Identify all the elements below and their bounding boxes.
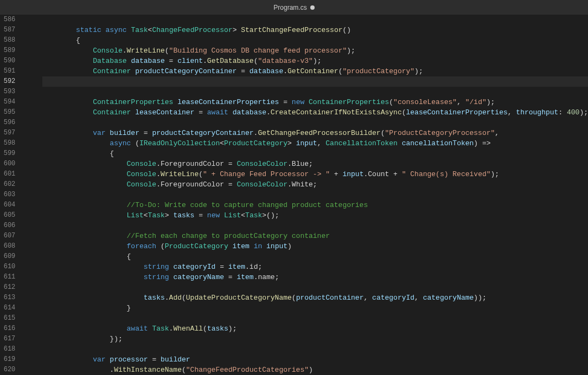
code-line[interactable]: Console.ForegroundColor = ConsoleColor.B…: [42, 159, 588, 169]
line-number: 615: [0, 313, 15, 324]
code-line[interactable]: tasks.Add(UpdateProductCategoryName(prod…: [42, 293, 588, 303]
code-line[interactable]: async (IReadOnlyCollection<ProductCatego…: [42, 138, 588, 148]
line-number: 613: [0, 293, 15, 303]
code-line[interactable]: List<Task> tasks = new List<Task>();: [42, 210, 588, 221]
line-number: 599: [0, 148, 15, 159]
line-number: 609: [0, 251, 15, 262]
line-number: 586: [0, 15, 15, 25]
code-line[interactable]: var builder = productCategoryContainer.G…: [42, 128, 588, 138]
line-number: 614: [0, 303, 15, 313]
code-line[interactable]: {: [42, 35, 588, 46]
line-number: 593: [0, 87, 15, 97]
line-number: 607: [0, 231, 15, 241]
fold-column: [21, 15, 26, 375]
code-line[interactable]: Console.WriteLine(" + Change Feed Proces…: [42, 169, 588, 179]
tab-filename: Program.cs: [273, 4, 306, 11]
code-line[interactable]: //To-Do: Write code to capture changed p…: [42, 200, 588, 210]
code-line[interactable]: [42, 87, 588, 97]
code-line[interactable]: await Task.WhenAll(tasks);: [42, 324, 588, 334]
code-line[interactable]: string categoryName = item.name;: [42, 272, 588, 282]
code-line[interactable]: }: [42, 303, 588, 313]
line-number: 595: [0, 107, 15, 118]
line-number: 600: [0, 159, 15, 169]
code-line[interactable]: {: [42, 148, 588, 159]
code-line[interactable]: Container productCategoryContainer = dat…: [42, 66, 588, 76]
line-number: 602: [0, 179, 15, 190]
code-line[interactable]: Container leaseContainer = await databas…: [42, 107, 588, 118]
line-number: 612: [0, 282, 15, 293]
indent-margin: [27, 15, 42, 375]
line-number: 597: [0, 128, 15, 138]
code-line[interactable]: [42, 313, 588, 324]
line-number: 605: [0, 210, 15, 221]
line-number: 587: [0, 25, 15, 35]
code-line[interactable]: static async Task<ChangeFeedProcessor> S…: [42, 25, 588, 35]
line-number: 610: [0, 262, 15, 272]
code-line[interactable]: [42, 190, 588, 200]
current-line-highlight: [42, 76, 588, 87]
code-line[interactable]: [42, 221, 588, 231]
line-number: 617: [0, 334, 15, 344]
tab-program-cs[interactable]: Program.cs: [273, 4, 314, 11]
code-line[interactable]: //Fetch each change to productCategory c…: [42, 231, 588, 241]
code-line[interactable]: [42, 282, 588, 293]
line-number: 601: [0, 169, 15, 179]
code-line[interactable]: {: [42, 251, 588, 262]
line-number: 590: [0, 56, 15, 66]
code-line[interactable]: Console.WriteLine("Building Cosmos DB ch…: [42, 46, 588, 56]
code-editor[interactable]: 5865875885895905915925935945955965975985…: [0, 15, 588, 375]
code-line[interactable]: Database database = client.GetDatabase("…: [42, 56, 588, 66]
line-number: 592: [0, 76, 15, 87]
code-line[interactable]: var processor = builder: [42, 354, 588, 365]
code-line[interactable]: [42, 118, 588, 128]
code-line[interactable]: Console.ForegroundColor = ConsoleColor.W…: [42, 179, 588, 190]
code-line[interactable]: string categoryId = item.id;: [42, 262, 588, 272]
code-area[interactable]: static async Task<ChangeFeedProcessor> S…: [42, 15, 588, 375]
code-line[interactable]: [42, 344, 588, 354]
line-number-gutter: 5865875885895905915925935945955965975985…: [0, 15, 21, 375]
line-number: 608: [0, 241, 15, 251]
code-line[interactable]: foreach (ProductCategory item in input): [42, 241, 588, 251]
line-number: 611: [0, 272, 15, 282]
line-number: 589: [0, 46, 15, 56]
unsaved-indicator-icon: [310, 5, 315, 10]
code-line[interactable]: ContainerProperties leaseContainerProper…: [42, 97, 588, 107]
line-number: 620: [0, 365, 15, 375]
line-number: 588: [0, 35, 15, 46]
code-line[interactable]: });: [42, 334, 588, 344]
line-number: 594: [0, 97, 15, 107]
line-number: 618: [0, 344, 15, 354]
line-number: 598: [0, 138, 15, 148]
line-number: 603: [0, 190, 15, 200]
code-line[interactable]: [42, 15, 588, 25]
line-number: 606: [0, 221, 15, 231]
line-number: 604: [0, 200, 15, 210]
tab-bar: Program.cs: [0, 0, 588, 15]
line-number: 596: [0, 118, 15, 128]
line-number: 619: [0, 354, 15, 365]
code-line[interactable]: .WithInstanceName("ChangeFeedProductCate…: [42, 365, 588, 375]
line-number: 591: [0, 66, 15, 76]
line-number: 616: [0, 324, 15, 334]
